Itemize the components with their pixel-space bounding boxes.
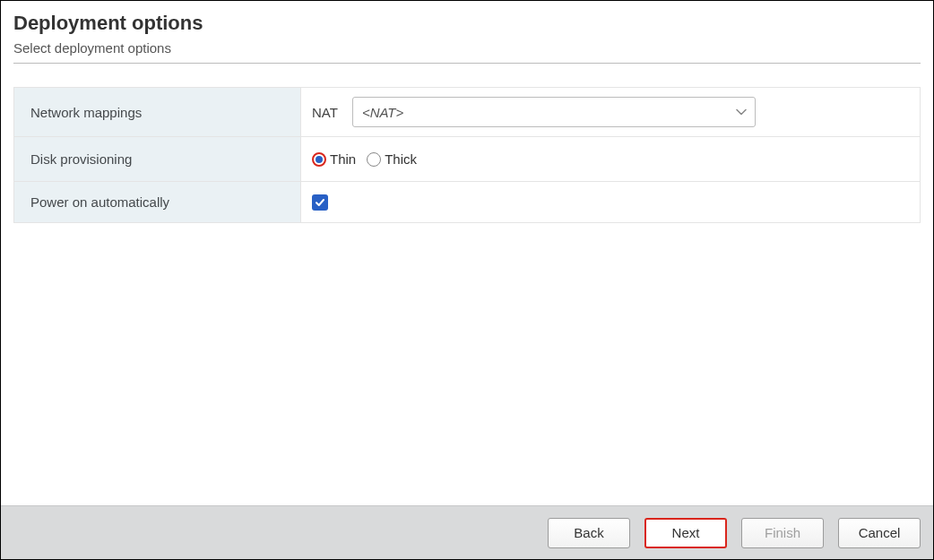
value-power-on	[301, 182, 921, 223]
header-divider	[13, 63, 921, 64]
label-power-on: Power on automatically	[14, 182, 301, 223]
back-button[interactable]: Back	[548, 518, 630, 548]
value-network-mappings: NAT <NAT>	[301, 88, 921, 137]
radio-dot-icon	[316, 156, 323, 163]
wizard-footer: Back Next Finish Cancel	[1, 505, 933, 559]
page-title: Deployment options	[13, 12, 921, 35]
deployment-options-table: Network mappings NAT <NAT> Disk provisio…	[13, 87, 921, 223]
radio-thick-label: Thick	[385, 151, 417, 167]
network-select-value: <NAT>	[362, 105, 403, 120]
check-icon	[315, 197, 325, 208]
row-power-on: Power on automatically	[14, 182, 921, 223]
next-button[interactable]: Next	[644, 518, 727, 548]
network-select-wrap: <NAT>	[352, 97, 756, 127]
wizard-content: Deployment options Select deployment opt…	[1, 1, 933, 505]
value-disk-provisioning: Thin Thick	[301, 137, 921, 182]
page-subtitle: Select deployment options	[13, 40, 921, 56]
cancel-button[interactable]: Cancel	[838, 518, 921, 548]
disk-provisioning-radios: Thin Thick	[310, 146, 911, 172]
network-mapping-field-label: NAT	[310, 105, 343, 120]
row-network-mappings: Network mappings NAT <NAT>	[14, 88, 921, 137]
label-network-mappings: Network mappings	[14, 88, 301, 137]
row-disk-provisioning: Disk provisioning Thin Thick	[14, 137, 921, 182]
radio-thin-label: Thin	[330, 151, 356, 167]
finish-button: Finish	[741, 518, 824, 548]
checkbox-power-on[interactable]	[312, 194, 328, 211]
label-disk-provisioning: Disk provisioning	[14, 137, 301, 182]
network-select[interactable]: <NAT>	[352, 97, 756, 127]
radio-thick[interactable]	[367, 152, 381, 167]
radio-thin[interactable]	[312, 152, 326, 167]
network-mapping-row: NAT <NAT>	[310, 97, 911, 127]
